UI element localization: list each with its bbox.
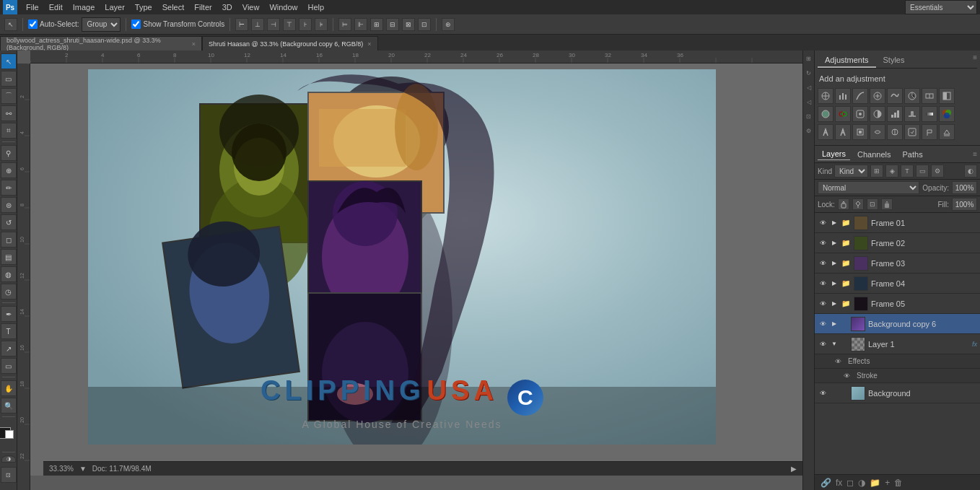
layers-tab[interactable]: Layers (818, 148, 850, 160)
adj-panel-menu[interactable]: ≡ (973, 53, 977, 68)
layer-frame04-arrow[interactable]: ▶ (831, 280, 838, 287)
layer-frame03[interactable]: 👁 ▶ 📁 Frame 03 (815, 253, 980, 274)
layer-frame05-eye[interactable]: 👁 (818, 299, 828, 309)
screen-mode-tool[interactable]: ⊡ (1, 467, 17, 483)
align-left-icon[interactable]: ⊢ (235, 18, 248, 31)
adj-icon-e[interactable] (887, 124, 903, 140)
curves-icon[interactable] (852, 88, 868, 104)
brightness-contrast-icon[interactable] (818, 88, 834, 104)
tab-2[interactable]: Shruti Haasan @ 33.3% (Background copy 6… (202, 36, 378, 51)
selective-color-icon[interactable] (939, 106, 955, 122)
kind-select[interactable]: Kind (834, 165, 868, 178)
layer-frame04[interactable]: 👁 ▶ 📁 Frame 04 (815, 274, 980, 294)
align-top-icon[interactable]: ⊤ (283, 18, 296, 31)
crop-tool[interactable]: ⌗ (1, 123, 17, 139)
shape-tool[interactable]: ▭ (1, 358, 17, 374)
marquee-tool[interactable]: ▭ (1, 71, 17, 87)
distribute-middle-v-icon[interactable]: ⊠ (402, 18, 415, 31)
menu-edit[interactable]: Edit (45, 1, 67, 13)
menu-help[interactable]: Help (304, 1, 329, 13)
menu-file[interactable]: File (22, 1, 43, 13)
delete-layer-icon[interactable]: 🗑 (894, 478, 903, 488)
layers-panel-menu[interactable]: ≡ (973, 150, 977, 158)
paths-tab[interactable]: Paths (898, 149, 927, 160)
tab-2-close[interactable]: × (367, 40, 371, 48)
lasso-tool[interactable]: ⌒ (1, 88, 17, 104)
color-swatch[interactable] (0, 424, 17, 443)
tab-styles[interactable]: Styles (876, 53, 912, 68)
clone-tool[interactable]: ⊜ (1, 197, 17, 213)
layer-background-eye[interactable]: 👁 (818, 388, 828, 398)
adj-icon-b[interactable] (835, 124, 851, 140)
threshold-icon[interactable] (904, 106, 920, 122)
panel-toggle-icon[interactable]: ◁ (804, 82, 814, 92)
add-adj-icon[interactable]: ◑ (858, 478, 865, 488)
layer-bg-copy6-eye[interactable]: 👁 (818, 319, 828, 329)
menu-3d[interactable]: 3D (218, 1, 237, 13)
add-mask-icon[interactable]: ◻ (846, 478, 854, 488)
tab-1[interactable]: bollywood_actress_shruti_haasan-wide.psd… (0, 36, 202, 51)
exposure-icon[interactable] (870, 88, 885, 104)
layer-1-eye[interactable]: 👁 (818, 339, 828, 349)
canvas-area[interactable]: 2 4 6 8 10 12 14 16 18 20 22 24 26 28 30… (17, 51, 802, 490)
tab-1-close[interactable]: × (192, 40, 196, 48)
adj-icon-a[interactable] (818, 124, 834, 140)
menu-type[interactable]: Type (131, 1, 157, 13)
layer-1[interactable]: 👁 ▼ Layer 1 fx (815, 334, 980, 354)
quick-select-tool[interactable]: ⚯ (1, 105, 17, 121)
layer-frame03-arrow[interactable]: ▶ (831, 260, 838, 267)
bw-icon[interactable] (939, 88, 955, 104)
layer-frame01[interactable]: 👁 ▶ 📁 Frame 01 (815, 213, 980, 233)
add-layer-icon[interactable]: + (885, 478, 890, 488)
channel-mixer-icon[interactable] (835, 106, 851, 122)
vibrance-icon[interactable] (887, 88, 903, 104)
link-icon[interactable]: 🔗 (821, 478, 831, 488)
dodge-tool[interactable]: ◷ (1, 284, 17, 299)
menu-view[interactable]: View (238, 1, 264, 13)
menu-filter[interactable]: Filter (190, 1, 216, 13)
show-transform-checkbox[interactable] (131, 19, 141, 29)
gradient-tool[interactable]: ▤ (1, 249, 17, 265)
adj-icon-c[interactable] (852, 124, 868, 140)
levels-icon[interactable] (835, 88, 851, 104)
settings-icon[interactable]: ⚙ (804, 126, 814, 136)
fill-input[interactable] (952, 198, 977, 211)
scroll-right-btn[interactable]: ▶ (791, 465, 797, 473)
color-lookup-icon[interactable] (852, 106, 868, 122)
layer-frame01-eye[interactable]: 👁 (818, 218, 828, 228)
layer-frame02-arrow[interactable]: ▶ (831, 240, 838, 247)
layer-frame05[interactable]: 👁 ▶ 📁 Frame 05 (815, 294, 980, 314)
pen-tool[interactable]: ✒ (1, 306, 17, 322)
zoom-tool[interactable]: 🔍 (1, 398, 17, 414)
menu-select[interactable]: Select (158, 1, 189, 13)
layer-bg-copy6[interactable]: 👁 ▶ Background copy 6 (815, 314, 980, 334)
move-tool-icon[interactable]: ↖ (4, 18, 17, 31)
channels-tab[interactable]: Channels (853, 149, 895, 160)
rotate-icon[interactable]: ↻ (804, 68, 814, 78)
group-dropdown[interactable]: Group (82, 17, 121, 32)
layer-frame03-eye[interactable]: 👁 (818, 258, 828, 268)
color-balance-icon[interactable] (922, 88, 937, 104)
workspace-dropdown[interactable]: Essentials (905, 0, 977, 14)
brush-tool[interactable]: ✏ (1, 180, 17, 196)
distribute-left-icon[interactable]: ⊨ (338, 18, 351, 31)
menu-window[interactable]: Window (265, 1, 302, 13)
blend-mode-select[interactable]: Normal Dissolve Multiply Screen Overlay (818, 181, 919, 194)
gradient-map-icon[interactable] (922, 106, 937, 122)
eraser-tool[interactable]: ◻ (1, 232, 17, 248)
distribute-right-icon[interactable]: ⊞ (370, 18, 383, 31)
layers-list[interactable]: 👁 ▶ 📁 Frame 01 👁 ▶ 📁 Frame 02 👁 (815, 213, 980, 474)
hsl-icon[interactable] (904, 88, 920, 104)
panel-toggle-icon2[interactable]: ◁ (804, 97, 814, 107)
layer-bg-copy6-arrow[interactable]: ▶ (831, 320, 838, 328)
align-right-icon[interactable]: ⊣ (267, 18, 280, 31)
layer-filter-toggle[interactable]: ◐ (964, 165, 977, 178)
adj-icon-h[interactable] (939, 124, 955, 140)
align-center-h-icon[interactable]: ⊥ (251, 18, 264, 31)
adj-icon-d[interactable] (870, 124, 885, 140)
layer-1-fx[interactable]: fx (972, 341, 977, 348)
canvas-size-icon[interactable]: ⊞ (804, 53, 814, 64)
layer-frame02-eye[interactable]: 👁 (818, 238, 828, 248)
move-tool[interactable]: ↖ (1, 53, 17, 69)
type-filter-icon[interactable]: T (901, 165, 914, 178)
